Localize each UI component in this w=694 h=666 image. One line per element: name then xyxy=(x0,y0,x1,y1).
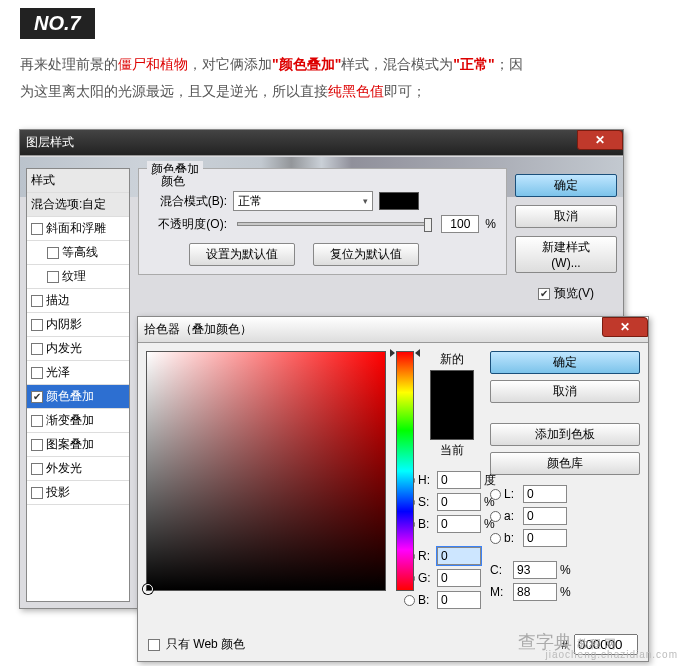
style-item-contour[interactable]: 等高线 xyxy=(27,241,129,265)
style-item-stroke[interactable]: 描边 xyxy=(27,289,129,313)
bch-input[interactable] xyxy=(437,591,481,609)
checkbox-icon[interactable] xyxy=(47,247,59,259)
hue-slider[interactable] xyxy=(396,351,414,591)
checkbox-icon[interactable] xyxy=(31,295,43,307)
new-current-swatch[interactable] xyxy=(430,370,474,440)
style-item-texture[interactable]: 纹理 xyxy=(27,265,129,289)
checkbox-icon[interactable] xyxy=(31,343,43,355)
para-text: ；因 xyxy=(495,56,523,72)
l-input[interactable] xyxy=(523,485,567,503)
checkbox-icon[interactable] xyxy=(31,487,43,499)
style-label: 图案叠加 xyxy=(46,436,94,453)
para-text-red: "正常" xyxy=(453,56,494,72)
checkbox-icon[interactable] xyxy=(31,439,43,451)
web-only-checkbox[interactable] xyxy=(148,639,160,651)
style-label: 颜色叠加 xyxy=(46,388,94,405)
close-button[interactable]: ✕ xyxy=(602,317,648,337)
para-text: 为这里离太阳的光源最远，且又是逆光，所以直接 xyxy=(20,83,328,99)
radio-lab-b[interactable] xyxy=(490,533,501,544)
style-item-inner-glow[interactable]: 内发光 xyxy=(27,337,129,361)
para-text-red: 僵尸和植物 xyxy=(118,56,188,72)
para-text: 样式，混合模式为 xyxy=(341,56,453,72)
color-lib-button[interactable]: 颜色库 xyxy=(490,452,640,475)
style-label: 描边 xyxy=(46,292,70,309)
subgroup-legend: 颜色 xyxy=(157,173,189,190)
unit-pct: % xyxy=(560,585,576,599)
slider-thumb[interactable] xyxy=(424,218,432,232)
r-input[interactable] xyxy=(437,547,481,565)
style-label: 内阴影 xyxy=(46,316,82,333)
unit-pct: % xyxy=(560,563,576,577)
b-label: B: xyxy=(418,517,434,531)
style-label: 投影 xyxy=(46,484,70,501)
set-default-button[interactable]: 设置为默认值 xyxy=(189,243,295,266)
h-input[interactable] xyxy=(437,471,481,489)
style-label: 斜面和浮雕 xyxy=(46,220,106,237)
checkbox-icon[interactable] xyxy=(31,391,43,403)
m-input[interactable] xyxy=(513,583,557,601)
checkbox-icon[interactable] xyxy=(31,415,43,427)
blend-options-row[interactable]: 混合选项:自定 xyxy=(27,193,129,217)
preview-checkbox[interactable] xyxy=(538,288,550,300)
b-input[interactable] xyxy=(437,515,481,533)
lab-b-label: b: xyxy=(504,531,520,545)
opacity-slider[interactable] xyxy=(237,222,431,226)
lab-b-input[interactable] xyxy=(523,529,567,547)
window-title: 图层样式 xyxy=(26,134,74,151)
style-item-pattern-overlay[interactable]: 图案叠加 xyxy=(27,433,129,457)
close-button[interactable]: ✕ xyxy=(577,130,623,150)
s-label: S: xyxy=(418,495,434,509)
style-item-drop-shadow[interactable]: 投影 xyxy=(27,481,129,505)
checkbox-icon[interactable] xyxy=(31,367,43,379)
style-item-satin[interactable]: 光泽 xyxy=(27,361,129,385)
style-label: 纹理 xyxy=(62,268,86,285)
styles-header[interactable]: 样式 xyxy=(27,169,129,193)
style-item-inner-shadow[interactable]: 内阴影 xyxy=(27,313,129,337)
saturation-value-field[interactable] xyxy=(146,351,386,591)
checkbox-icon[interactable] xyxy=(47,271,59,283)
ok-button[interactable]: 确定 xyxy=(515,174,617,197)
picker-ok-button[interactable]: 确定 xyxy=(490,351,640,374)
c-input[interactable] xyxy=(513,561,557,579)
picker-cancel-button[interactable]: 取消 xyxy=(490,380,640,403)
s-input[interactable] xyxy=(437,493,481,511)
checkbox-icon[interactable] xyxy=(31,319,43,331)
current-color-label: 当前 xyxy=(440,442,464,459)
add-swatch-button[interactable]: 添加到色板 xyxy=(490,423,640,446)
hex-input[interactable] xyxy=(574,634,638,655)
web-only-label: 只有 Web 颜色 xyxy=(166,636,245,653)
color-picker-dialog: 拾色器（叠加颜色） ✕ 新的 当前 H:度 xyxy=(137,316,649,662)
style-item-outer-glow[interactable]: 外发光 xyxy=(27,457,129,481)
radio-a[interactable] xyxy=(490,511,501,522)
radio-l[interactable] xyxy=(490,489,501,500)
blend-mode-select[interactable]: 正常 ▾ xyxy=(233,191,373,211)
overlay-color-swatch[interactable] xyxy=(379,192,419,210)
para-text: ，对它俩添加 xyxy=(188,56,272,72)
r-label: R: xyxy=(418,549,434,563)
titlebar[interactable]: 拾色器（叠加颜色） ✕ xyxy=(138,317,648,343)
blend-mode-value: 正常 xyxy=(238,193,262,210)
reset-default-button[interactable]: 复位为默认值 xyxy=(313,243,419,266)
l-label: L: xyxy=(504,487,520,501)
opacity-label: 不透明度(O): xyxy=(149,216,227,233)
para-text: 即可； xyxy=(384,83,426,99)
radio-bch[interactable] xyxy=(404,595,415,606)
preview-label: 预览(V) xyxy=(554,285,594,302)
opacity-input[interactable] xyxy=(441,215,479,233)
style-item-bevel[interactable]: 斜面和浮雕 xyxy=(27,217,129,241)
a-input[interactable] xyxy=(523,507,567,525)
hue-pointer-icon xyxy=(390,349,395,357)
checkbox-icon[interactable] xyxy=(31,223,43,235)
checkbox-icon[interactable] xyxy=(31,463,43,475)
para-text: 再来处理前景的 xyxy=(20,56,118,72)
titlebar[interactable]: 图层样式 ✕ xyxy=(20,130,623,156)
g-input[interactable] xyxy=(437,569,481,587)
close-icon: ✕ xyxy=(620,320,630,334)
blend-mode-label: 混合模式(B): xyxy=(149,193,227,210)
style-item-color-overlay[interactable]: 颜色叠加 xyxy=(27,385,129,409)
cancel-button[interactable]: 取消 xyxy=(515,205,617,228)
sv-cursor-icon xyxy=(143,584,153,594)
new-style-button[interactable]: 新建样式(W)... xyxy=(515,236,617,273)
style-label: 光泽 xyxy=(46,364,70,381)
style-item-gradient-overlay[interactable]: 渐变叠加 xyxy=(27,409,129,433)
